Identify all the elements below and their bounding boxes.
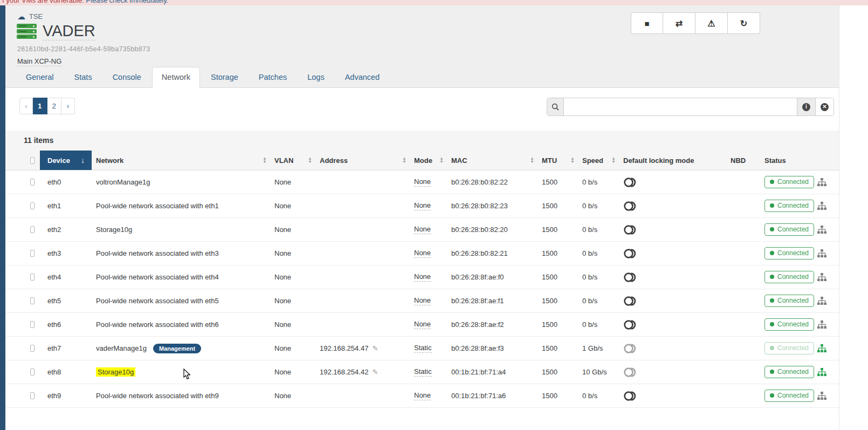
network-tree-icon[interactable]: [817, 226, 826, 234]
page-title[interactable]: VADER: [43, 22, 95, 40]
mode-value[interactable]: None: [414, 296, 431, 305]
table-row: eth3 Pool-wide network associated with e…: [5, 242, 839, 265]
row-checkbox[interactable]: [30, 250, 35, 257]
row-checkbox[interactable]: [30, 179, 35, 186]
search-input[interactable]: [564, 98, 797, 115]
pool-label[interactable]: TSE: [29, 12, 43, 21]
host-description[interactable]: Main XCP-NG: [17, 57, 61, 66]
search-group: i ✕: [547, 98, 834, 116]
row-checkbox[interactable]: [30, 274, 35, 281]
speed-cell: 1 Gb/s: [582, 344, 623, 352]
page-next-button[interactable]: ›: [61, 98, 75, 114]
status-label: Connected: [777, 249, 809, 257]
column-header-device[interactable]: Device↓: [40, 151, 92, 170]
status-badge: Connected: [764, 223, 814, 236]
restart-toolstack-button[interactable]: ↻: [728, 12, 760, 34]
mode-value[interactable]: None: [414, 272, 431, 282]
page-prev-button[interactable]: ‹: [19, 98, 33, 114]
mode-value[interactable]: None: [414, 178, 431, 187]
mode-value[interactable]: None: [414, 225, 431, 234]
locking-mode-toggle[interactable]: [623, 319, 638, 330]
status-label: Connected: [777, 273, 809, 281]
device-cell: eth4: [40, 273, 96, 281]
status-label: Connected: [777, 392, 809, 399]
table-row: eth5 Pool-wide network associated with e…: [5, 289, 839, 313]
mode-value[interactable]: Static: [414, 344, 432, 353]
locking-mode-toggle[interactable]: [623, 201, 638, 211]
network-tree-icon[interactable]: [817, 178, 826, 187]
column-header-mac[interactable]: MAC▴▾: [451, 151, 542, 170]
status-label: Connected: [777, 202, 809, 209]
clear-search-button[interactable]: ✕: [815, 98, 833, 115]
select-all-checkbox[interactable]: [30, 157, 35, 164]
tab-general[interactable]: General: [16, 67, 64, 88]
mac-cell: b0:26:28:8f:ae:f2: [451, 320, 542, 329]
locking-mode-toggle[interactable]: [623, 272, 638, 283]
stop-icon: ■: [644, 19, 649, 28]
alert-link[interactable]: Please check immediately.: [86, 0, 168, 4]
column-header-network[interactable]: Network▴▾: [96, 151, 274, 170]
tab-patches[interactable]: Patches: [249, 67, 297, 88]
network-tree-icon[interactable]: [817, 368, 826, 377]
status-badge: Connected: [764, 295, 814, 307]
row-checkbox[interactable]: [30, 368, 35, 376]
status-label: Connected: [777, 297, 809, 304]
mode-value[interactable]: None: [414, 201, 431, 210]
locking-mode-toggle[interactable]: [623, 296, 638, 306]
column-header-vlan[interactable]: VLAN▴▾: [274, 151, 320, 170]
filter-info-button[interactable]: i: [797, 98, 815, 115]
device-cell: eth3: [40, 249, 96, 257]
mode-value[interactable]: None: [414, 320, 431, 329]
locking-mode-toggle[interactable]: [623, 177, 638, 188]
network-name: Pool-wide network associated with eth5: [96, 297, 219, 305]
row-checkbox[interactable]: [30, 202, 35, 209]
tab-stats[interactable]: Stats: [65, 67, 102, 88]
network-name: Storage10g: [96, 226, 132, 234]
locking-mode-toggle[interactable]: [623, 391, 638, 401]
row-checkbox[interactable]: [30, 392, 35, 399]
mode-value[interactable]: None: [414, 391, 431, 400]
column-header-mtu[interactable]: MTU▴▾: [542, 151, 582, 170]
page-button-2[interactable]: 2: [47, 98, 62, 114]
status-dot-icon: [770, 393, 774, 398]
network-tree-icon[interactable]: [817, 202, 826, 210]
network-tree-icon[interactable]: [817, 392, 826, 400]
tab-logs[interactable]: Logs: [298, 67, 334, 88]
locking-mode-toggle[interactable]: [623, 248, 638, 259]
tab-advanced[interactable]: Advanced: [335, 67, 390, 88]
mode-value[interactable]: None: [414, 249, 431, 258]
edit-address-icon[interactable]: ✎: [372, 344, 378, 352]
tab-network[interactable]: Network: [152, 67, 200, 88]
reboot-button[interactable]: ⇄: [663, 12, 695, 34]
row-checkbox[interactable]: [30, 297, 35, 304]
mode-value[interactable]: Static: [414, 367, 432, 377]
status-badge: Connected: [764, 366, 814, 378]
host-header: ☁ TSE VADER 261610bd-2281-446f-b5e4-59ba…: [5, 5, 839, 88]
column-header-speed[interactable]: Speed▴▾: [582, 151, 623, 170]
tab-console[interactable]: Console: [103, 67, 151, 88]
network-tree-icon[interactable]: [817, 344, 826, 353]
stop-button[interactable]: ■: [631, 12, 663, 34]
host-page: ☁ TSE VADER 261610bd-2281-446f-b5e4-59ba…: [5, 5, 839, 430]
locking-mode-toggle[interactable]: [623, 224, 638, 235]
vlan-cell: None: [274, 249, 320, 257]
force-reboot-button[interactable]: ⚠: [695, 12, 728, 34]
locking-mode-toggle[interactable]: [623, 367, 638, 378]
row-checkbox[interactable]: [30, 321, 35, 328]
tab-storage[interactable]: Storage: [201, 67, 248, 88]
table-row: eth9 Pool-wide network associated with e…: [5, 384, 839, 408]
page-button-1[interactable]: 1: [33, 98, 47, 114]
network-tree-icon[interactable]: [817, 320, 826, 329]
network-tree-icon[interactable]: [817, 273, 826, 282]
locking-mode-toggle[interactable]: [623, 343, 638, 354]
row-checkbox[interactable]: [30, 345, 35, 352]
column-header-mode[interactable]: Mode▴▾: [414, 151, 451, 170]
network-tree-icon[interactable]: [817, 249, 826, 258]
breadcrumb[interactable]: ☁ TSE: [17, 12, 43, 21]
status-dot-icon: [770, 203, 774, 208]
row-checkbox[interactable]: [30, 226, 35, 233]
edit-address-icon[interactable]: ✎: [372, 368, 378, 376]
network-tree-icon[interactable]: [817, 297, 826, 305]
column-header-address[interactable]: Address▴▾: [320, 151, 414, 170]
collapsed-sidebar[interactable]: [0, 5, 5, 430]
